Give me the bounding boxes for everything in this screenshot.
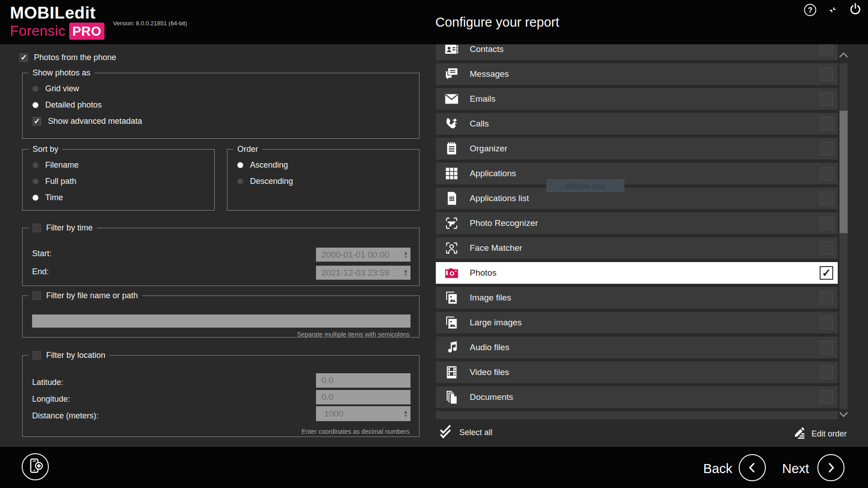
start-label: Start: <box>32 249 52 258</box>
checkbox-checked-icon[interactable]: ✓ <box>19 53 28 62</box>
report-item-label: Photos <box>470 268 496 278</box>
radio-icon[interactable] <box>33 86 38 92</box>
report-item-documents[interactable]: Documents <box>436 386 838 408</box>
item-checkbox[interactable] <box>820 390 833 404</box>
next-button[interactable] <box>817 454 844 481</box>
app-logo-subtitle: Forensic PRO <box>10 23 104 40</box>
longitude-input[interactable]: 0.0 <box>316 390 410 404</box>
order-option-ascending[interactable]: Ascending <box>237 160 419 170</box>
filter-by-time-checkbox[interactable] <box>33 224 41 232</box>
item-checkbox[interactable] <box>820 291 833 305</box>
scroll-up-icon[interactable] <box>838 50 849 61</box>
help-icon[interactable]: ? <box>803 3 817 17</box>
item-checkbox[interactable] <box>820 67 833 81</box>
report-item-applications[interactable]: Applications <box>436 163 838 184</box>
report-item-label: Large images <box>470 318 522 328</box>
back-button[interactable] <box>739 454 766 481</box>
sort-by-option-time[interactable]: Time <box>33 193 214 202</box>
end-datetime-input[interactable]: 2021-12-03 23:59 ▲▼ <box>316 266 410 280</box>
item-checkbox[interactable] <box>820 44 833 56</box>
filter-by-name-legend: Filter by file name or path <box>46 291 138 300</box>
order-option-descending[interactable]: Descending <box>237 177 419 186</box>
report-item-calls[interactable]: Calls <box>436 113 838 135</box>
item-checkbox[interactable] <box>820 241 833 255</box>
logo-pro-badge: PRO <box>69 23 104 40</box>
report-item-photos[interactable]: Photos✓ <box>436 262 838 284</box>
order-group: Order AscendingDescending <box>227 145 420 211</box>
item-checkbox[interactable] <box>820 216 833 230</box>
report-item-messages[interactable]: Messages <box>436 63 838 85</box>
latitude-label: Latitude: <box>32 378 63 387</box>
photos-from-phone-checkbox[interactable]: ✓ Photos from the phone <box>19 53 116 62</box>
radio-icon[interactable] <box>33 178 38 184</box>
double-check-icon <box>438 424 453 441</box>
filter-by-name-checkbox[interactable] <box>33 291 41 300</box>
show-advanced-metadata-checkbox[interactable]: ✓ Show advanced metadata <box>33 117 419 126</box>
scroll-down-icon[interactable] <box>838 409 849 420</box>
report-item-face-matcher[interactable]: Face Matcher <box>436 237 838 259</box>
app-logo: MOBILedit <box>10 4 95 23</box>
item-checkbox[interactable] <box>820 117 833 131</box>
report-item-photo-recognizer[interactable]: Photo Recognizer <box>436 212 838 234</box>
report-item-large-images[interactable]: Large images <box>436 312 838 333</box>
logo-forensic-text: Forensic <box>10 23 66 39</box>
report-item-applications-list[interactable]: Applications list <box>436 188 838 209</box>
radio-icon[interactable] <box>237 162 243 168</box>
report-item-video-files[interactable]: Video files <box>436 361 838 383</box>
report-item-label: Messages <box>470 69 509 79</box>
report-item-label: Audio files <box>470 343 509 352</box>
show-photos-as-option-detailed-photos[interactable]: Detailed photos <box>33 100 419 110</box>
spinner-arrows-icon[interactable]: ▲▼ <box>403 251 408 259</box>
radio-icon[interactable] <box>33 162 38 168</box>
filter-by-location-checkbox[interactable] <box>33 351 41 360</box>
applications-list-icon <box>443 190 460 206</box>
item-checkbox[interactable] <box>820 341 833 354</box>
report-item-audio-files[interactable]: Audio files <box>436 337 838 358</box>
show-advanced-metadata-label: Show advanced metadata <box>48 117 142 126</box>
item-checkbox[interactable] <box>820 366 833 379</box>
spinner-arrows-icon[interactable]: ▲▼ <box>403 269 408 277</box>
filename-filter-input[interactable] <box>32 314 410 328</box>
connect-device-button[interactable] <box>22 453 49 480</box>
report-sections-list: ContactsMessagesEmailsCallsOrganizerAppl… <box>436 44 838 419</box>
distance-input[interactable]: 1000 ▲▼ <box>316 406 410 421</box>
scrollbar-thumb[interactable] <box>840 111 848 233</box>
spinner-arrows-icon[interactable]: ▲▼ <box>403 410 408 418</box>
calls-icon <box>443 116 460 132</box>
report-item-label: Photo Recognizer <box>470 218 538 228</box>
item-checkbox-checked[interactable]: ✓ <box>820 266 833 280</box>
item-checkbox[interactable] <box>820 167 833 180</box>
radio-icon[interactable] <box>33 102 38 108</box>
report-item-label: Video files <box>470 367 509 377</box>
face-matcher-icon <box>443 240 460 256</box>
radio-icon[interactable] <box>33 195 38 201</box>
item-checkbox[interactable] <box>820 92 833 106</box>
sort-by-option-full-path[interactable]: Full path <box>33 177 214 186</box>
latitude-input[interactable]: 0.0 <box>316 373 410 388</box>
select-all-button[interactable]: Select all <box>438 424 492 441</box>
item-checkbox[interactable] <box>820 142 833 155</box>
report-item-row-partial[interactable] <box>436 411 838 419</box>
radio-icon[interactable] <box>237 178 243 184</box>
next-button-label[interactable]: Next <box>782 461 814 476</box>
report-item-organizer[interactable]: Organizer <box>436 138 838 160</box>
checkbox-checked-icon[interactable]: ✓ <box>33 117 41 126</box>
report-item-image-files[interactable]: Image files <box>436 287 838 309</box>
sort-by-legend: Sort by <box>33 145 58 154</box>
report-item-contacts[interactable]: Contacts <box>436 44 838 60</box>
start-datetime-input[interactable]: 2000-01-01 00:00 ▲▼ <box>316 248 410 262</box>
location-filter-hint: Enter coordinates as decimal numbers <box>302 428 410 435</box>
resize-icon[interactable] <box>826 4 840 18</box>
item-checkbox[interactable] <box>820 316 833 329</box>
show-photos-as-option-grid-view[interactable]: Grid view <box>33 84 419 94</box>
edit-order-button[interactable]: Edit order <box>792 425 847 443</box>
item-checkbox[interactable] <box>820 192 833 205</box>
video-files-icon <box>443 364 460 380</box>
option-label: Filename <box>45 160 79 170</box>
window-snip-overlay: Window Snip <box>547 179 624 192</box>
report-item-label: Face Matcher <box>470 243 522 253</box>
back-button-label[interactable]: Back <box>656 461 732 476</box>
report-item-emails[interactable]: Emails <box>436 88 838 110</box>
sort-by-option-filename[interactable]: Filename <box>33 160 214 170</box>
power-icon[interactable] <box>848 2 863 16</box>
